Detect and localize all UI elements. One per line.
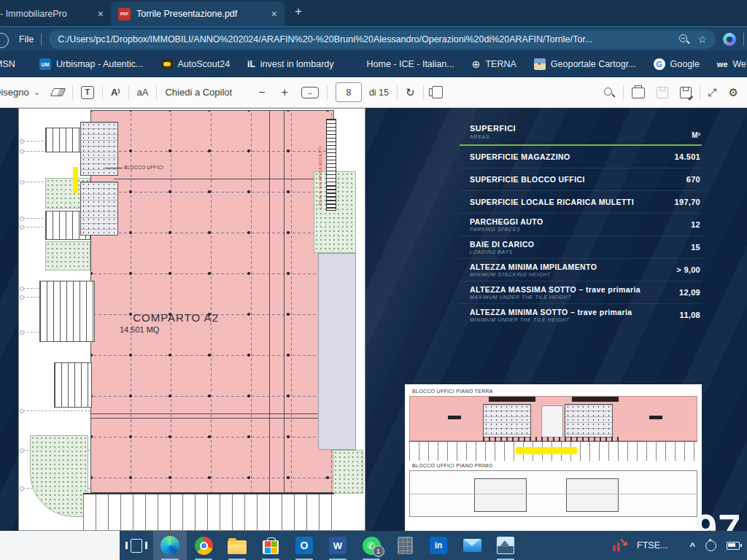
stock-down-icon[interactable]: ↘	[612, 538, 627, 553]
folder-icon	[228, 540, 247, 554]
page-total-label: di 15	[369, 88, 389, 98]
tab-torrile-pdf[interactable]: PDF Torrile Presentazione.pdf ×	[111, 1, 285, 26]
bookmark-urbismap[interactable]: UM Urbismap - Autentic...	[39, 58, 144, 70]
table-row: ALTEZZA MASSIMA SOTTO – trave primariaMA…	[460, 281, 702, 304]
chevron-down-icon: ⌄	[34, 88, 40, 97]
service-area	[318, 253, 356, 450]
bookmark-label: MSN	[0, 59, 15, 69]
row-value: 197,70	[675, 198, 700, 206]
tab-label: Immobili - ImmobiliarePro	[0, 9, 92, 19]
favorite-star-icon[interactable]: ☆	[697, 34, 707, 45]
piano-terra-plan	[409, 396, 697, 441]
taskbar-mail[interactable]	[455, 531, 489, 560]
divider	[743, 33, 744, 46]
table-title: SUPERFICI	[470, 124, 516, 133]
linkedin-icon: in	[430, 537, 447, 554]
taskbar-widget-panel[interactable]	[0, 531, 120, 560]
table-row: SUPERFICIE LOCALE RICARICA MULETTI 197,7…	[460, 191, 702, 214]
comparto-area: 14.501 MQ	[99, 325, 252, 334]
stock-ticker-label[interactable]: FTSE...	[637, 540, 667, 551]
piano-primo-plan	[409, 470, 697, 517]
bookmark-wetransfer[interactable]: we WeTransfer	[717, 59, 747, 69]
page-number-input[interactable]: 8	[336, 82, 362, 102]
landscape-strip	[45, 241, 90, 271]
taskbar-outlook[interactable]: O	[287, 531, 321, 560]
plan-detail	[649, 416, 662, 419]
add-text-icon[interactable]: T	[81, 86, 94, 99]
url-field[interactable]: C:/Users/pc1/Dropbox/IMMOBILI/ANNO%20202…	[49, 30, 716, 49]
taskbar-chrome[interactable]	[187, 531, 220, 560]
label-leader-line	[105, 168, 123, 168]
row-label: SUPERFICIE LOCALE RICARICA MULETTI	[470, 198, 634, 206]
fit-width-icon[interactable]: ↔	[301, 87, 319, 98]
gear-icon[interactable]: ⚙	[729, 86, 738, 99]
map-thumbnail-icon	[534, 58, 546, 70]
url-text[interactable]: C:/Users/pc1/Dropbox/IMMOBILI/ANNO%20202…	[58, 34, 673, 44]
fullscreen-icon[interactable]: ⤢	[708, 86, 717, 99]
row-sublabel: PARKING SPACES	[470, 227, 543, 232]
tray-expand-icon[interactable]: ^	[689, 540, 695, 551]
close-icon[interactable]: ×	[271, 8, 277, 20]
plan-wall-line	[114, 179, 334, 179]
divider	[327, 85, 328, 100]
rotate-icon[interactable]: ↻	[406, 86, 415, 99]
bookmark-terna[interactable]: ⊕ TERNA	[472, 58, 516, 70]
row-value: 12	[691, 220, 700, 229]
zoom-in-button[interactable]: +	[282, 86, 288, 99]
comparto-label-group: COMPARTO A2 14.501 MQ	[99, 311, 252, 334]
search-icon[interactable]	[603, 87, 615, 98]
taskbar-photos[interactable]	[489, 531, 522, 560]
bookmark-geoportale[interactable]: Geoportale Cartogr...	[534, 58, 636, 70]
table-row: BAIE DI CARICOLOADING BAYS 15	[460, 236, 702, 259]
row-label: ALTEZZA MINIMA IMPILAMENTO	[470, 262, 597, 271]
nav-button-partial-icon[interactable]	[0, 33, 9, 48]
battery-icon[interactable]	[727, 542, 740, 550]
pdf-toolbar: Disegno ⌄ T A⁾ aA Chiedi a Copilot − + ↔…	[0, 77, 747, 108]
read-aloud-icon[interactable]: A⁾	[111, 87, 120, 98]
taskbar-file-explorer[interactable]	[220, 531, 254, 560]
tab-immobiliarepro[interactable]: Immobili - ImmobiliarePro ×	[0, 1, 111, 26]
row-value: 11,08	[680, 311, 700, 319]
ask-copilot-button[interactable]: Chiedi a Copilot	[165, 87, 232, 98]
taskbar-word[interactable]: W	[321, 531, 355, 560]
translate-icon[interactable]: aA	[137, 87, 149, 98]
zoom-out-icon[interactable]	[678, 34, 690, 45]
taskbar-whatsapp[interactable]: ✆1	[355, 531, 388, 560]
zoom-out-button[interactable]: −	[258, 86, 265, 99]
plan-wall-line	[269, 110, 270, 493]
bookmark-autoscout24[interactable]: AutoScout24	[161, 58, 231, 70]
plan-wall-line	[284, 110, 285, 493]
save-as-icon[interactable]	[680, 87, 692, 98]
divider	[700, 85, 700, 100]
blocco-uffici-label: BLOCCO UFFICI	[124, 165, 163, 170]
close-icon[interactable]: ×	[98, 8, 104, 20]
plan-wall-line	[90, 418, 334, 419]
bookmark-ice[interactable]: Home - ICE - Italian...	[352, 59, 454, 69]
bookmark-msn[interactable]: MSN	[0, 59, 22, 69]
taskbar-calculator[interactable]	[388, 531, 422, 560]
taskbar-edge[interactable]	[153, 531, 187, 560]
print-icon[interactable]	[632, 88, 645, 98]
browser-tab-bar: Immobili - ImmobiliarePro × PDF Torrile …	[0, 0, 747, 26]
copilot-icon[interactable]	[723, 33, 736, 46]
taskbar-linkedin[interactable]: in	[422, 531, 455, 560]
taskbar-store[interactable]	[254, 531, 287, 560]
bookmark-invest-in-lombardy[interactable]: iL invest in lombardy	[247, 59, 333, 69]
bookmark-google[interactable]: G Google	[654, 58, 700, 70]
row-value: 14.501	[675, 152, 700, 161]
draw-menu-button[interactable]: Disegno ⌄	[0, 87, 40, 98]
piano-primo-label: BLOCCO UFFICI PIANO PRIMO	[412, 463, 492, 468]
new-tab-button[interactable]: +	[295, 4, 302, 19]
page-view-icon[interactable]	[432, 86, 443, 98]
row-value: 15	[691, 243, 700, 252]
bookmark-label: TERNA	[485, 59, 516, 69]
office-cluster	[483, 404, 531, 438]
task-view-button[interactable]	[120, 531, 153, 560]
eraser-icon[interactable]	[50, 88, 66, 96]
pdf-file-icon: PDF	[118, 8, 131, 20]
taskbar: O W ✆1 in ↘ FTSE... ^	[0, 531, 747, 560]
tray-app-icon[interactable]	[705, 540, 716, 551]
plan-detail	[572, 397, 619, 402]
system-tray: ↘ FTSE... ^	[612, 538, 747, 553]
landscape-strip	[333, 450, 363, 494]
